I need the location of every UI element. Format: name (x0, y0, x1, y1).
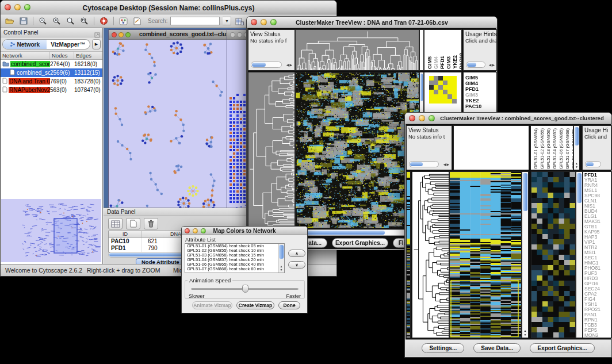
column-label: PAC10 (458, 53, 462, 69)
tab-network[interactable]: Network (3, 40, 47, 49)
network-name: combined_sco (16, 70, 50, 76)
network-name: combined_scores (10, 61, 50, 67)
column-label: PFD1 (439, 56, 445, 69)
search-input[interactable] (170, 17, 220, 25)
network-tree-row[interactable]: combined_sco2569(6)13112(15) (1, 68, 102, 77)
column-labels-panel: GIM5GIM4PFD1GIM3YKE2PAC10 (424, 29, 462, 71)
move-up-button[interactable]: ∧ (288, 250, 305, 257)
hints-hscrollbar[interactable] (466, 62, 485, 68)
global-overview-strip[interactable] (407, 172, 410, 338)
save-data-button[interactable]: Save Data... (473, 343, 521, 353)
status-hscrollbar[interactable] (251, 62, 282, 68)
document-icon (2, 78, 7, 85)
expression-heatmap[interactable] (450, 172, 521, 338)
window-title: Cytoscape Desktop (Session Name: collins… (1, 4, 336, 12)
zoom-button[interactable] (125, 32, 131, 37)
treeview2-button-bar: Settings... Save Data... Export Graphics… (406, 339, 611, 357)
column-label: GPL51-04 (GSM857) (552, 128, 557, 169)
column-header-id[interactable]: ID (109, 231, 142, 237)
help-icon[interactable] (98, 16, 109, 26)
zoom-in-icon[interactable] (51, 16, 62, 26)
delete-attribute-icon[interactable] (144, 218, 158, 229)
map-colors-dialog: Map Colors to Network Attribute List GPL… (181, 226, 308, 313)
dialog-titlebar[interactable]: Map Colors to Network (182, 227, 307, 235)
left-dendrogram-panel (412, 171, 449, 338)
status-welcome: Welcome to Cytoscape 2.6.2 (5, 267, 82, 274)
new-attribute-icon[interactable] (126, 218, 140, 229)
gene-label[interactable]: MON2 (583, 333, 611, 338)
zoomed-expression-heatmap[interactable] (531, 172, 575, 338)
heatmap-vscrollbar[interactable]: ▲▼ (522, 171, 529, 338)
dialog-title: Map Colors to Network (182, 228, 307, 234)
network-tree-row[interactable]: RNAPuberNov2+!563(0)107847(0) (1, 86, 102, 94)
toolbar-separator (113, 17, 114, 25)
save-icon[interactable] (18, 16, 29, 26)
slower-label: Slower (189, 293, 205, 299)
row-label[interactable]: PAC10 (464, 104, 496, 109)
attribute-list-scrollbar[interactable]: ▲▼ (278, 244, 284, 273)
control-panel-tabs: Network VizMapper™ ▶ (1, 37, 102, 52)
treeview2-window: ClusterMaker TreeView : combined_scores_… (404, 112, 612, 358)
minimize-button[interactable] (237, 32, 242, 37)
network-tree-row[interactable]: DNA and Tran 07769(0)183728(0) (1, 77, 102, 86)
gene-dendrogram[interactable] (412, 172, 449, 338)
float-panel-icon[interactable] (94, 30, 100, 40)
move-down-button[interactable]: ∨ (288, 261, 305, 269)
row-label[interactable]: YKE2 (464, 98, 496, 104)
hints-hscrollbar[interactable] (585, 161, 601, 167)
similarity-heatmap[interactable] (296, 72, 419, 228)
row-label[interactable]: GIM4 (464, 81, 496, 86)
done-button[interactable]: Done (278, 301, 300, 309)
minimize-button[interactable] (118, 32, 124, 37)
export-graphics-button[interactable]: Export Graphics... (530, 343, 594, 353)
speed-slider-thumb[interactable] (242, 285, 248, 293)
tab-vizmapper[interactable]: VizMapper™ (47, 40, 90, 49)
network-tree-row[interactable]: combined_scores2764(0)16218(0) (1, 60, 102, 68)
zoom-fit-icon[interactable] (65, 16, 76, 26)
top-dendrogram[interactable] (296, 30, 419, 70)
select-attributes-icon[interactable] (108, 218, 123, 229)
plugin-icon[interactable] (118, 16, 129, 26)
row-label[interactable]: PFD1 (464, 86, 496, 92)
top-scroll-strip[interactable] (419, 29, 424, 71)
column-label: GPL51-06 (GSM865) (559, 128, 564, 169)
status-hint-zoom: Right-click + drag to ZOOM (87, 267, 160, 274)
top-dendrogram-panel[interactable] (453, 125, 529, 170)
export-graphics-button[interactable]: Export Graphics... (332, 238, 388, 248)
animation-speed-label: Animation Speed (188, 277, 232, 283)
heatmap-panel (295, 72, 419, 228)
view-status-panel: View Status No status info f ◀▶ (248, 29, 295, 71)
row-label[interactable]: GIM5 (464, 75, 496, 81)
cytoscape-titlebar[interactable]: Cytoscape Desktop (Session Name: collins… (1, 1, 336, 14)
status-hscrollbar[interactable] (409, 161, 439, 167)
treeview1-titlebar[interactable]: ClusterMaker TreeView : DNA and Tran 07-… (247, 17, 497, 28)
annotation-icon[interactable] (132, 16, 143, 26)
close-button[interactable] (230, 32, 235, 37)
birds-eye-view[interactable] (1, 199, 101, 262)
attribute-browser-icon[interactable] (234, 16, 245, 26)
column-labels-panel: GPL51-01 (GSM854)GPL51-02 (GSM855)GPL51-… (530, 125, 573, 170)
open-icon[interactable] (4, 16, 15, 26)
column-label: GPL51-03 (GSM856) (546, 128, 551, 169)
search-label: Search: (148, 18, 167, 24)
zoom-selected-icon[interactable] (79, 16, 90, 26)
zoom-out-icon[interactable] (37, 16, 48, 26)
search-dropdown-button[interactable]: ▼ (223, 17, 231, 25)
labels-vscrollbar[interactable]: ▲▼ (573, 125, 580, 170)
usage-hints-panel: Usage Hints Click and drag tc ◀▶ (463, 29, 497, 71)
left-dendrogram[interactable] (248, 72, 294, 228)
gene-labels-panel: PFD1YRA1RNR4MSL1SPC98CLN1NIS1BUD4ELG1MAK… (583, 171, 611, 338)
tree-hscrollbar[interactable] (297, 229, 419, 236)
genes-vscrollbar[interactable] (576, 171, 583, 338)
treeview2-titlebar[interactable]: ClusterMaker TreeView : combined_scores_… (405, 113, 611, 124)
animate-vizmap-button[interactable]: Animate Vizmap (192, 301, 232, 309)
zoomed-heatmap[interactable] (429, 76, 457, 104)
create-vizmap-button[interactable]: Create Vizmap (236, 301, 274, 309)
close-button[interactable] (112, 32, 117, 37)
attribute-item[interactable]: GPL51-07 (GSM868) heat shock 60 min (185, 267, 284, 271)
row-label[interactable]: GIM3 (464, 92, 496, 98)
more-tabs-button[interactable]: ▶ (92, 39, 101, 49)
settings-button[interactable]: Settings... (422, 343, 464, 353)
left-dendrogram-panel (248, 72, 295, 228)
view-status-panel: View Status No status info t ◀▶ (406, 125, 452, 170)
